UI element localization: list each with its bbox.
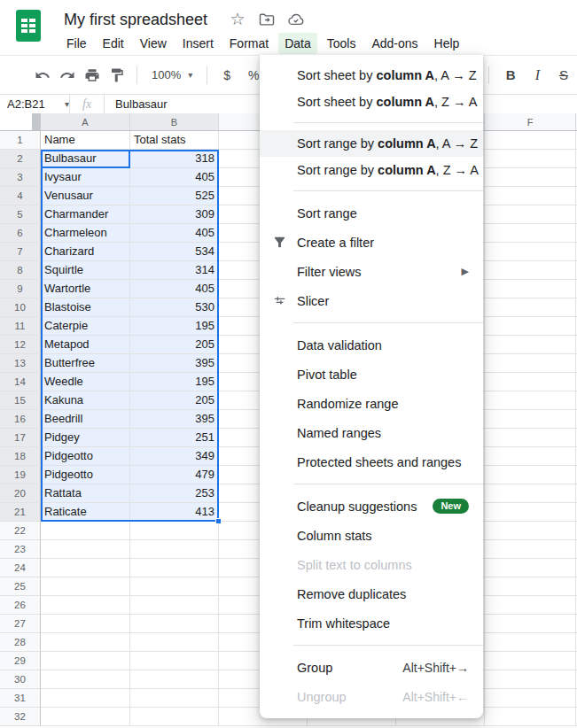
undo-button[interactable]: [30, 63, 55, 88]
cell-A32[interactable]: [41, 708, 130, 726]
cell-B30[interactable]: [130, 670, 219, 689]
cell-A3[interactable]: Ivysaur: [41, 168, 130, 187]
cell-F32[interactable]: [485, 708, 576, 726]
cell-B2[interactable]: 318: [130, 150, 219, 168]
cell-A31[interactable]: [41, 689, 130, 708]
cell-A27[interactable]: [41, 615, 130, 633]
cell-F30[interactable]: [485, 670, 576, 689]
move-folder-icon[interactable]: [258, 11, 276, 28]
menu-item-sort-range-a-z[interactable]: Sort range by column A, A → Z: [260, 130, 483, 157]
menu-item-sort-range-z-a[interactable]: Sort range by column A, Z → A: [260, 157, 483, 183]
cell-F25[interactable]: [485, 577, 576, 596]
cell-F20[interactable]: [485, 484, 576, 503]
cell-F22[interactable]: [485, 522, 576, 540]
cell-A18[interactable]: Pidgeotto: [41, 447, 130, 466]
name-box[interactable]: A2:B21 ▾: [0, 97, 69, 111]
redo-button[interactable]: [55, 63, 80, 88]
cell-A25[interactable]: [41, 577, 130, 596]
menu-item-slicer[interactable]: Slicer: [260, 286, 483, 315]
cell-B15[interactable]: 205: [130, 391, 219, 410]
cell-F17[interactable]: [485, 429, 576, 447]
menu-item-protected-sheets-and-ranges[interactable]: Protected sheets and ranges: [260, 447, 483, 476]
cell-A1[interactable]: Name: [41, 131, 130, 150]
cell-F31[interactable]: [485, 689, 576, 708]
row-header-7[interactable]: 7: [0, 243, 41, 261]
cell-A24[interactable]: [41, 559, 130, 577]
cell-F24[interactable]: [485, 559, 576, 577]
cell-F12[interactable]: [485, 336, 576, 354]
menu-item-randomize-range[interactable]: Randomize range: [260, 389, 483, 418]
cell-A7[interactable]: Charizard: [41, 243, 130, 261]
cell-B19[interactable]: 479: [130, 466, 219, 484]
cell-F19[interactable]: [485, 466, 576, 484]
menu-item-pivot-table[interactable]: Pivot table: [260, 360, 483, 389]
cell-F4[interactable]: [485, 187, 576, 205]
zoom-dropdown[interactable]: 100% ▾: [144, 68, 199, 81]
cell-F5[interactable]: [485, 205, 576, 224]
cell-A12[interactable]: Metapod: [41, 336, 130, 354]
row-header-15[interactable]: 15: [0, 391, 41, 410]
row-header-1[interactable]: 1: [0, 131, 41, 150]
cell-F28[interactable]: [485, 633, 576, 652]
cell-F26[interactable]: [485, 596, 576, 615]
cell-F3[interactable]: [485, 168, 576, 187]
cell-B31[interactable]: [130, 689, 219, 708]
cell-A30[interactable]: [41, 670, 130, 689]
cell-B14[interactable]: 195: [130, 373, 219, 391]
cell-B11[interactable]: 195: [130, 317, 219, 336]
menu-item-trim-whitespace[interactable]: Trim whitespace: [260, 608, 483, 638]
cell-B29[interactable]: [130, 652, 219, 670]
cell-B27[interactable]: [130, 615, 219, 633]
sheets-logo-icon[interactable]: [16, 10, 41, 42]
menu-item-cleanup-suggestions[interactable]: Cleanup suggestionsNew: [260, 492, 483, 521]
row-header-23[interactable]: 23: [0, 540, 41, 559]
star-icon[interactable]: ☆: [229, 11, 246, 28]
cell-A13[interactable]: Butterfree: [41, 354, 130, 373]
cell-B22[interactable]: [130, 522, 219, 540]
row-header-8[interactable]: 8: [0, 261, 41, 280]
menubar-item-view[interactable]: View: [134, 33, 173, 54]
cell-B4[interactable]: 525: [130, 187, 219, 205]
cell-A6[interactable]: Charmeleon: [41, 224, 130, 243]
row-header-9[interactable]: 9: [0, 280, 41, 298]
cell-B25[interactable]: [130, 577, 219, 596]
column-header-F[interactable]: F: [485, 113, 576, 131]
menu-item-filter-views[interactable]: Filter views▶: [260, 257, 483, 286]
document-title[interactable]: My first spreadsheet: [64, 9, 207, 30]
row-header-27[interactable]: 27: [0, 615, 41, 633]
print-button[interactable]: [80, 63, 105, 88]
cell-A11[interactable]: Caterpie: [41, 317, 130, 336]
row-header-17[interactable]: 17: [0, 429, 41, 447]
cloud-saved-icon[interactable]: [287, 11, 305, 28]
cell-A28[interactable]: [41, 633, 130, 652]
row-header-18[interactable]: 18: [0, 447, 41, 466]
fill-handle[interactable]: [215, 518, 222, 524]
row-header-5[interactable]: 5: [0, 205, 41, 224]
cell-F10[interactable]: [485, 298, 576, 317]
menubar-item-edit[interactable]: Edit: [97, 33, 130, 54]
cell-B26[interactable]: [130, 596, 219, 615]
row-header-16[interactable]: 16: [0, 410, 41, 429]
cell-F13[interactable]: [485, 354, 576, 373]
menu-item-remove-duplicates[interactable]: Remove duplicates: [260, 579, 483, 608]
row-header-25[interactable]: 25: [0, 577, 41, 596]
menubar-item-insert[interactable]: Insert: [176, 33, 220, 54]
row-header-6[interactable]: 6: [0, 224, 41, 243]
cell-A21[interactable]: Raticate: [41, 503, 130, 522]
bold-button[interactable]: B: [496, 67, 526, 82]
menu-item-group[interactable]: GroupAlt+Shift+→: [260, 653, 483, 682]
cell-B10[interactable]: 530: [130, 298, 219, 317]
menubar-item-help[interactable]: Help: [428, 33, 466, 54]
row-header-13[interactable]: 13: [0, 354, 41, 373]
menu-item-create-a-filter[interactable]: Create a filter: [260, 228, 483, 257]
cell-A10[interactable]: Blastoise: [41, 298, 130, 317]
italic-button[interactable]: I: [526, 67, 550, 83]
cell-F18[interactable]: [485, 447, 576, 466]
cell-B5[interactable]: 309: [130, 205, 219, 224]
cell-B6[interactable]: 405: [130, 224, 219, 243]
row-header-21[interactable]: 21: [0, 503, 41, 522]
cell-A26[interactable]: [41, 596, 130, 615]
cell-B17[interactable]: 251: [130, 429, 219, 447]
cell-F16[interactable]: [485, 410, 576, 429]
cell-A4[interactable]: Venusaur: [41, 187, 130, 205]
